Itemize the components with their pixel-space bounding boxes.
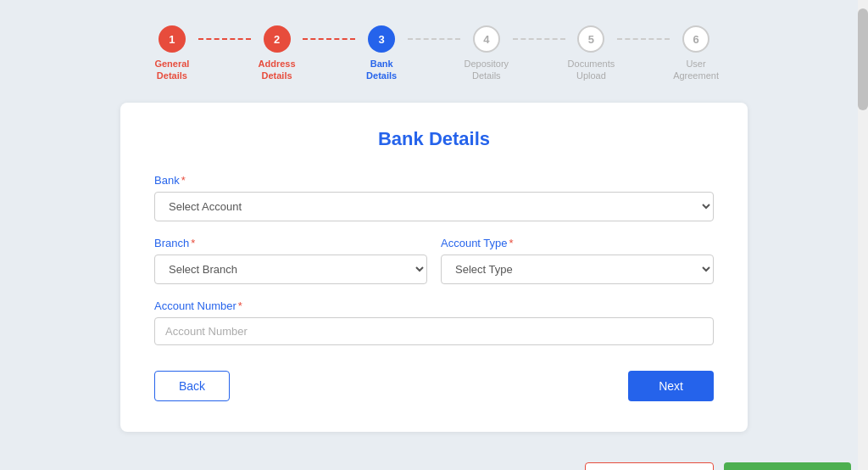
account-number-label: Account Number* [154,299,714,312]
step-circle-3: 3 [368,25,395,53]
step-label-4: Depository Details [460,58,513,82]
account-type-field-group: Account Type* Select Type [441,237,714,284]
required-indicator-type: * [509,237,514,249]
step-label-3: Bank Details [355,58,408,82]
step-label-6: User Agreement [670,58,722,82]
next-button[interactable]: Next [628,371,714,401]
step-label-5: Documents Upload [565,58,618,82]
page-title: Bank Details [154,128,714,150]
scrollbar-track [858,0,868,470]
account-type-select[interactable]: Select Type [441,255,714,284]
branch-field-group: Branch* Select Branch [154,237,427,284]
card-footer: Back Next [154,371,714,401]
branch-type-row: Branch* Select Branch Account Type* Sele… [154,237,714,284]
scrollbar-thumb[interactable] [858,8,868,110]
step-4: 4 Depository Details [460,25,513,82]
step-circle-2: 2 [264,25,291,53]
step-label-2: Address Details [251,58,303,82]
account-number-field-group: Account Number* [154,299,714,345]
connector-1 [198,38,251,40]
connector-3 [408,38,460,40]
account-type-label: Account Type* [441,237,714,249]
step-2: 2 Address Details [251,25,303,82]
bank-label: Bank* [154,174,714,187]
step-circle-1: 1 [159,25,186,53]
back-button[interactable]: Back [154,371,230,401]
connector-4 [513,38,565,40]
submit-application-button[interactable]: Submit application [724,462,851,470]
step-circle-6: 6 [682,25,709,53]
step-1: 1 General Details [146,25,198,82]
step-6: 6 User Agreement [670,25,722,82]
connector-2 [303,38,355,40]
step-circle-4: 4 [473,25,500,53]
connector-5 [617,38,670,40]
bottom-bar: Cancel application Submit application [0,449,868,470]
step-circle-5: 5 [577,25,604,53]
bank-details-card: Bank Details Bank* Select Account Branch… [120,103,748,432]
required-indicator-acno: * [238,299,242,312]
branch-select[interactable]: Select Branch [154,255,427,284]
cancel-application-button[interactable]: Cancel application [585,462,714,470]
bank-field-group: Bank* Select Account [154,174,714,221]
stepper: 1 General Details 2 Address Details 3 Ba… [146,25,722,82]
step-3: 3 Bank Details [355,25,408,82]
required-indicator: * [181,174,186,187]
step-label-1: General Details [146,58,198,82]
account-number-input[interactable] [154,317,714,345]
branch-label: Branch* [154,237,427,249]
step-5: 5 Documents Upload [565,25,618,82]
required-indicator-branch: * [191,237,195,249]
bank-select[interactable]: Select Account [154,192,714,221]
form-section: Bank* Select Account Branch* Select Bran… [154,174,714,345]
